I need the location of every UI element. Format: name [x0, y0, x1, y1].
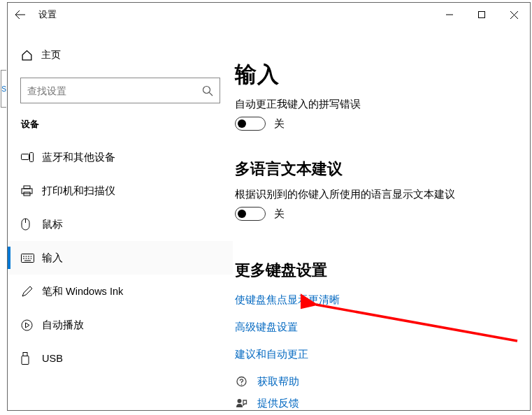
link-advanced-keyboard[interactable]: 高级键盘设置 [235, 321, 530, 334]
minimize-button[interactable] [433, 3, 466, 27]
printer-icon [21, 185, 42, 196]
help-icon [235, 376, 247, 388]
maximize-button[interactable] [466, 3, 498, 27]
link-suggestions[interactable]: 建议和自动更正 [235, 348, 530, 361]
help-label: 获取帮助 [257, 375, 299, 388]
feedback-label: 提供反馈 [257, 397, 299, 410]
nav-label: 笔和 Windows Ink [42, 285, 123, 298]
multilang-toggle[interactable] [235, 207, 266, 221]
svg-point-17 [240, 384, 242, 385]
feedback-icon [235, 398, 247, 409]
autoplay-icon [21, 319, 42, 331]
nav-label: 自动播放 [42, 319, 84, 332]
svg-rect-2 [22, 154, 29, 160]
svg-rect-15 [22, 356, 29, 364]
sidebar: 主页 设备 蓝牙和其他设备 打印机和扫描仪 [8, 27, 233, 410]
multilang-state: 关 [274, 208, 285, 221]
home-nav[interactable]: 主页 [8, 45, 233, 66]
nav-mouse[interactable]: 鼠标 [8, 208, 233, 241]
nav-label: 输入 [42, 252, 63, 265]
svg-rect-4 [24, 186, 30, 189]
more-heading: 更多键盘设置 [235, 260, 530, 281]
close-button[interactable] [498, 3, 530, 27]
svg-point-1 [203, 86, 210, 93]
usb-icon [21, 352, 42, 365]
background-fragment: S [1, 70, 6, 108]
pen-icon [21, 286, 42, 298]
nav-autoplay[interactable]: 自动播放 [8, 308, 233, 342]
nav-label: 蓝牙和其他设备 [42, 151, 115, 164]
nav-label: USB [42, 353, 63, 364]
nav-printers[interactable]: 打印机和扫描仪 [8, 174, 233, 208]
nav-label: 鼠标 [42, 218, 63, 231]
home-label: 主页 [41, 49, 61, 61]
nav-typing[interactable]: 输入 [8, 241, 233, 275]
feedback-link[interactable]: 提供反馈 [235, 397, 530, 410]
maximize-icon [478, 11, 485, 18]
home-icon [21, 50, 41, 61]
settings-window: 设置 主页 [7, 2, 531, 411]
content-area: 输入 自动更正我键入的拼写错误 关 多语言文本建议 根据识别到的你键入所使用的语… [233, 27, 530, 410]
link-focus[interactable]: 使键盘焦点显示更清晰 [235, 293, 530, 307]
search-icon [202, 85, 213, 96]
nav-pen[interactable]: 笔和 Windows Ink [8, 275, 233, 308]
multilang-heading: 多语言文本建议 [235, 159, 530, 180]
close-icon [510, 11, 518, 19]
get-help-link[interactable]: 获取帮助 [235, 375, 530, 388]
mouse-icon [21, 218, 42, 231]
keyboard-icon [21, 254, 42, 263]
svg-rect-5 [22, 189, 32, 194]
search-box[interactable] [20, 78, 220, 103]
svg-point-18 [237, 399, 241, 403]
titlebar: 设置 [8, 3, 530, 27]
autocorrect-state: 关 [274, 117, 285, 131]
nav-group-label: 设备 [21, 118, 233, 131]
autocorrect-label: 自动更正我键入的拼写错误 [235, 98, 530, 111]
page-heading: 输入 [235, 60, 530, 89]
multilang-label: 根据识别到的你键入所使用的语言显示文本建议 [235, 188, 530, 201]
search-input[interactable] [27, 85, 202, 96]
back-button[interactable] [8, 3, 33, 27]
svg-rect-3 [30, 153, 34, 162]
svg-point-13 [22, 320, 32, 330]
nav-bluetooth[interactable]: 蓝牙和其他设备 [8, 140, 233, 174]
nav-usb[interactable]: USB [8, 342, 233, 375]
autocorrect-toggle[interactable] [235, 117, 266, 131]
devices-icon [21, 152, 42, 162]
minimize-icon [446, 11, 453, 18]
back-arrow-icon [15, 9, 26, 20]
svg-rect-0 [479, 12, 485, 18]
nav-label: 打印机和扫描仪 [42, 184, 115, 198]
svg-rect-14 [23, 352, 27, 356]
window-title: 设置 [38, 9, 57, 21]
